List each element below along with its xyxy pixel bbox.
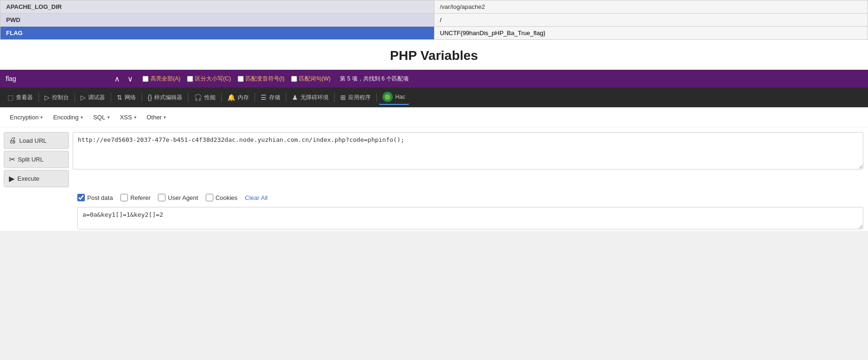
cookies-label: Cookies [216, 194, 238, 201]
search-prev-btn[interactable]: ∧ [112, 74, 122, 83]
debugger-label: 调试器 [88, 94, 105, 102]
split-url-icon: ✂ [9, 155, 15, 164]
storage-icon: ☰ [261, 94, 267, 101]
other-dropdown-btn[interactable]: Other ▾ [142, 111, 171, 123]
encryption-dropdown-btn[interactable]: Encryption ▾ [6, 111, 47, 123]
referer-option[interactable]: Referer [120, 194, 150, 201]
separator-6 [221, 93, 222, 102]
devtools-app-btn[interactable]: ⊞ 应用程序 [337, 92, 374, 103]
table-val-apache: /var/log/apache2 [434, 0, 868, 14]
xss-arrow-icon: ▾ [134, 115, 136, 120]
devtools-inspector-btn[interactable]: ⬚ 查看器 [4, 92, 37, 103]
encoding-arrow-icon: ▾ [81, 115, 83, 120]
devtools-console-btn[interactable]: ▷ 控制台 [41, 92, 73, 103]
search-options: 高亮全部(A) 区分大小写(C) 匹配变音符号(I) 匹配词句(W) [142, 75, 330, 83]
console-icon: ▷ [45, 94, 50, 101]
a11y-icon: ♟ [292, 94, 298, 101]
inspector-label: 查看器 [16, 94, 33, 102]
clear-all-button[interactable]: Clear All [245, 194, 268, 201]
search-input[interactable] [6, 75, 109, 82]
post-data-label: Post data [87, 194, 113, 201]
url-input[interactable]: http://ee7d5603-2037-477e-b451-c4f38d232… [73, 132, 863, 169]
user-agent-checkbox[interactable] [158, 194, 165, 201]
case-label: 区分大小写(C) [195, 75, 231, 83]
word-label: 匹配词句(W) [299, 75, 330, 83]
diacritic-checkbox[interactable] [238, 76, 244, 82]
xss-dropdown-btn[interactable]: XSS ▾ [116, 111, 141, 123]
postdata-area: a=0a&key1[]=1&key2[]=2 [77, 207, 863, 231]
devtools-network-btn[interactable]: ⇅ 网络 [113, 92, 140, 103]
devtools-debugger-btn[interactable]: ▷ 调试器 [77, 92, 109, 103]
memory-label: 内存 [238, 94, 249, 102]
separator-4 [142, 93, 142, 102]
style-label: 样式编辑器 [154, 94, 182, 102]
table-val-pwd: / [434, 14, 868, 27]
sql-dropdown-btn[interactable]: SQL ▾ [89, 111, 114, 123]
hackbar-container: Encryption ▾ Encoding ▾ SQL ▾ XSS ▾ Othe… [0, 107, 868, 231]
hackbar-sidebar: 🖨 Load URL ✂ Split URL ▶ Execute [0, 132, 73, 189]
a11y-label: 无障碍环境 [300, 94, 329, 102]
table-key-flag: FLAG [0, 27, 434, 40]
encoding-label: Encoding [53, 114, 78, 121]
load-url-button[interactable]: 🖨 Load URL [4, 132, 69, 149]
dropdown-bar: Encryption ▾ Encoding ▾ SQL ▾ XSS ▾ Othe… [0, 108, 868, 127]
separator-1 [38, 93, 39, 102]
separator-3 [111, 93, 111, 102]
search-next-btn[interactable]: ∨ [126, 74, 135, 83]
cookies-checkbox[interactable] [206, 194, 213, 201]
execute-icon: ▶ [9, 174, 15, 183]
referer-label: Referer [130, 194, 150, 201]
devtools-memory-btn[interactable]: 🔔 内存 [224, 92, 253, 103]
app-label: 应用程序 [348, 94, 371, 102]
separator-10 [376, 93, 377, 102]
sql-label: SQL [93, 114, 105, 121]
case-checkbox[interactable] [187, 76, 193, 82]
word-checkbox[interactable] [291, 76, 297, 82]
devtools-hac-btn[interactable]: 🟢 Hac [379, 90, 409, 105]
diacritic-label: 匹配变音符号(I) [246, 75, 284, 83]
console-label: 控制台 [52, 94, 69, 102]
encoding-dropdown-btn[interactable]: Encoding ▾ [49, 111, 87, 123]
postdata-input[interactable]: a=0a&key1[]=1&key2[]=2 [77, 207, 863, 229]
highlight-label: 高亮全部(A) [150, 75, 180, 83]
post-data-checkbox[interactable] [77, 194, 85, 201]
table-key-pwd: PWD [0, 14, 434, 27]
debugger-icon: ▷ [81, 94, 86, 101]
post-data-option[interactable]: Post data [77, 194, 113, 201]
separator-5 [188, 93, 188, 102]
user-agent-label: User Agent [168, 194, 198, 201]
network-label: 网络 [125, 94, 136, 102]
separator-2 [75, 93, 75, 102]
devtools-style-btn[interactable]: {} 样式编辑器 [144, 92, 186, 103]
memory-icon: 🔔 [227, 94, 235, 101]
inspector-icon: ⬚ [7, 94, 14, 101]
user-agent-option[interactable]: User Agent [158, 194, 198, 201]
devtools-toolbar: ⬚ 查看器 ▷ 控制台 ▷ 调试器 ⇅ 网络 {} 样式编辑器 🎧 性能 🔔 内… [0, 88, 868, 107]
encryption-arrow-icon: ▾ [40, 115, 43, 120]
separator-7 [254, 93, 255, 102]
devtools-perf-btn[interactable]: 🎧 性能 [190, 92, 219, 103]
search-option-case[interactable]: 区分大小写(C) [187, 75, 231, 83]
encryption-label: Encryption [10, 114, 38, 121]
hac-label: Hac [395, 94, 405, 100]
split-url-label: Split URL [18, 156, 44, 163]
hac-avatar: 🟢 [382, 92, 393, 102]
devtools-storage-btn[interactable]: ☰ 存储 [257, 92, 284, 103]
split-url-button[interactable]: ✂ Split URL [4, 151, 69, 168]
search-option-diacritic[interactable]: 匹配变音符号(I) [238, 75, 284, 83]
execute-button[interactable]: ▶ Execute [4, 170, 69, 187]
other-arrow-icon: ▾ [164, 115, 166, 120]
cookies-option[interactable]: Cookies [206, 194, 238, 201]
separator-9 [334, 93, 335, 102]
execute-label: Execute [17, 175, 39, 182]
php-variables-heading: PHP Variables [0, 40, 868, 70]
storage-label: 存储 [269, 94, 280, 102]
sql-arrow-icon: ▾ [107, 115, 110, 120]
app-icon: ⊞ [340, 94, 346, 101]
highlight-checkbox[interactable] [142, 76, 149, 82]
search-count: 第 5 项，共找到 6 个匹配项 [340, 75, 409, 83]
devtools-a11y-btn[interactable]: ♟ 无障碍环境 [288, 92, 332, 103]
search-option-highlight[interactable]: 高亮全部(A) [142, 75, 180, 83]
referer-checkbox[interactable] [120, 194, 128, 201]
search-option-word[interactable]: 匹配词句(W) [291, 75, 330, 83]
